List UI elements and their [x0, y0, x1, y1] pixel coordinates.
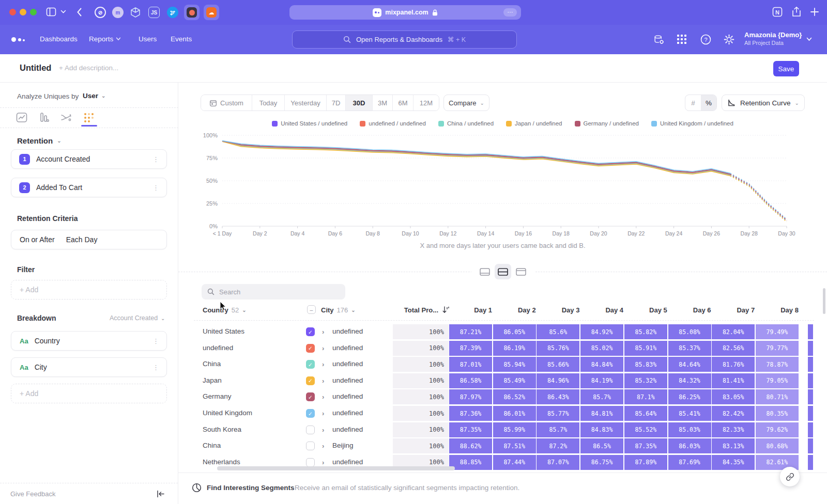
retention-cell[interactable]: 86.52%	[493, 389, 536, 404]
retention-cell[interactable]: 87.2%	[537, 438, 579, 453]
nav-link-users[interactable]: Users	[139, 35, 157, 43]
report-title[interactable]: Untitled	[20, 63, 51, 73]
share-link-floating-button[interactable]	[780, 467, 800, 486]
retention-cell[interactable]: 78.87%	[756, 357, 799, 372]
horizontal-scrollbar[interactable]	[217, 466, 455, 470]
retention-cell[interactable]: 84.32%	[668, 373, 711, 388]
event-step-2[interactable]: 2 Added To Cart ⋮	[11, 178, 167, 197]
retention-cell[interactable]: 84.84%	[580, 357, 623, 372]
row-checkbox[interactable]: ✓	[306, 409, 315, 418]
city-column-header[interactable]: City176⌄	[321, 306, 356, 314]
retention-cell[interactable]: 84.64%	[668, 357, 711, 372]
collapse-sidebar-icon[interactable]	[157, 490, 165, 498]
day-column-header[interactable]: Day 3	[537, 306, 579, 314]
retention-cell[interactable]: 82.56%	[712, 341, 755, 356]
retention-cell[interactable]: 79.05%	[756, 373, 799, 388]
expand-row-icon[interactable]: ›	[322, 328, 324, 336]
retention-cell[interactable]: 85.82%	[624, 324, 667, 339]
url-options-button[interactable]: ⋯	[503, 8, 517, 17]
table-search-input[interactable]	[219, 288, 323, 296]
range-30d[interactable]: 30D	[346, 95, 373, 111]
retention-cell[interactable]: 86.58%	[449, 373, 492, 388]
retention-cell[interactable]: 85.49%	[493, 373, 536, 388]
row-checkbox[interactable]: ✓	[306, 376, 315, 385]
retention-cell[interactable]: 85.94%	[493, 357, 536, 372]
data-management-icon[interactable]	[653, 34, 665, 45]
criteria-interval[interactable]: Each Day	[66, 235, 98, 244]
day-column-header[interactable]: Day 6	[668, 306, 711, 314]
retention-cell[interactable]: 85.6%	[537, 324, 579, 339]
retention-cell[interactable]: 87.1%	[624, 389, 667, 404]
retention-cell[interactable]: 87.35%	[624, 438, 667, 453]
expand-row-icon[interactable]: ›	[322, 410, 324, 417]
extension-js-icon[interactable]: JS	[148, 7, 160, 18]
retention-cell[interactable]: 85.91%	[624, 341, 667, 356]
legend-item[interactable]: United Kingdom / undefined	[651, 120, 733, 127]
apps-grid-icon[interactable]	[677, 34, 687, 44]
select-all-checkbox[interactable]: –	[307, 305, 316, 314]
layout-table-focus-button[interactable]	[513, 264, 529, 279]
expand-row-icon[interactable]: ›	[322, 344, 324, 352]
retention-cell[interactable]: 84.96%	[537, 373, 579, 388]
day-column-header[interactable]: Day 4	[580, 306, 623, 314]
retention-cell[interactable]: 84.81%	[580, 406, 623, 421]
retention-cell[interactable]: 88.85%	[449, 455, 492, 470]
nav-link-reports[interactable]: Reports	[89, 35, 121, 43]
day-column-header[interactable]: Day 7	[712, 306, 755, 314]
retention-cell[interactable]: 86.25%	[668, 389, 711, 404]
retention-cell[interactable]: 84.19%	[580, 373, 623, 388]
expand-row-icon[interactable]: ›	[322, 459, 324, 466]
retention-line-chart[interactable]: 100%75%50%25%0%< 1 DayDay 2Day 4Day 6Day…	[202, 130, 804, 240]
expand-row-icon[interactable]: ›	[322, 377, 324, 385]
retention-cell[interactable]: 85.99%	[493, 422, 536, 437]
total-column-header[interactable]: Total Pro...	[382, 306, 438, 314]
retention-cell[interactable]: 88.62%	[449, 438, 492, 453]
retention-cell[interactable]: 85.02%	[580, 341, 623, 356]
range-12m[interactable]: 12M	[414, 95, 439, 111]
find-segments-link[interactable]: Find Interesting Segments	[207, 484, 295, 492]
retention-cell[interactable]: 80.68%	[756, 438, 799, 453]
retention-cell[interactable]: 87.07%	[537, 455, 579, 470]
range-7d[interactable]: 7D	[327, 95, 346, 111]
settings-gear-icon[interactable]	[724, 34, 734, 45]
range-yesterday[interactable]: Yesterday	[285, 95, 327, 111]
tab-flows-icon[interactable]	[60, 112, 72, 124]
row-checkbox[interactable]: ✓	[306, 360, 315, 369]
extension-1password-icon[interactable]: ⊘	[95, 7, 106, 18]
retention-cell[interactable]: 85.52%	[624, 422, 667, 437]
range-6m[interactable]: 6M	[393, 95, 414, 111]
day-column-header[interactable]: Day 1	[449, 306, 492, 314]
retention-cell[interactable]: 87.01%	[449, 357, 492, 372]
day-column-header[interactable]: Day 5	[624, 306, 667, 314]
country-column-header[interactable]: Country52⌄	[203, 306, 247, 314]
day-column-header[interactable]: Day 8	[756, 306, 799, 314]
legend-item[interactable]: Germany / undefined	[575, 120, 639, 127]
breakdown-country[interactable]: Aa Country ⋮	[11, 331, 167, 351]
save-button[interactable]: Save	[773, 61, 799, 76]
range-custom[interactable]: Custom	[201, 95, 252, 111]
retention-cell[interactable]: 83.13%	[712, 438, 755, 453]
expand-row-icon[interactable]: ›	[322, 360, 324, 368]
row-checkbox[interactable]: ✓	[306, 344, 315, 353]
extension-bird-icon[interactable]: 🕊	[167, 7, 178, 18]
retention-cell[interactable]: 79.62%	[756, 422, 799, 437]
range-3m[interactable]: 3M	[373, 95, 393, 111]
retention-cell[interactable]: 85.66%	[537, 357, 579, 372]
add-breakdown-button[interactable]: + Add	[11, 384, 167, 403]
row-checkbox[interactable]	[306, 458, 315, 467]
retention-cell[interactable]: 85.37%	[668, 341, 711, 356]
table-search[interactable]	[202, 284, 345, 300]
retention-cell[interactable]: 85.7%	[537, 422, 579, 437]
retention-cell[interactable]: 85.03%	[668, 422, 711, 437]
retention-cell[interactable]: 84.35%	[712, 455, 755, 470]
view-type-dropdown[interactable]: Retention Curve⌄	[722, 94, 805, 111]
tab-funnels-icon[interactable]	[38, 112, 50, 124]
retention-cell[interactable]: 87.44%	[493, 455, 536, 470]
retention-cell[interactable]: 87.51%	[493, 438, 536, 453]
row-checkbox[interactable]: ✓	[306, 327, 315, 336]
criteria-mode[interactable]: On or After	[20, 235, 55, 244]
retention-cell[interactable]: 80.35%	[756, 406, 799, 421]
chevron-down-icon[interactable]	[60, 9, 66, 14]
retention-cell[interactable]: 86.03%	[668, 438, 711, 453]
retention-cell[interactable]: 84.83%	[580, 422, 623, 437]
